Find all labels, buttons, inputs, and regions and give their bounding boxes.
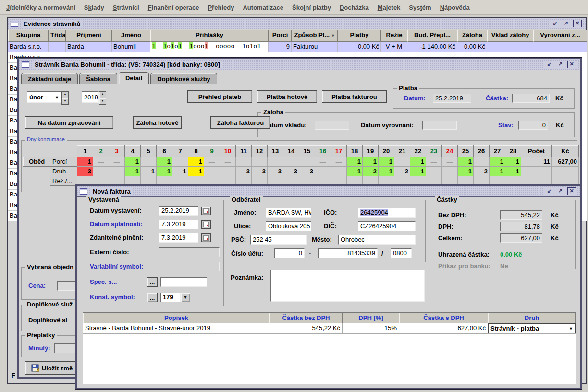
day-cell[interactable]: 1 bbox=[172, 167, 188, 176]
close-button[interactable] bbox=[567, 61, 576, 68]
day-cell[interactable]: — bbox=[426, 157, 442, 167]
menu-item[interactable]: Majetek bbox=[373, 2, 405, 13]
day-cell[interactable]: — bbox=[93, 167, 109, 176]
day-cell[interactable]: 1 bbox=[188, 157, 204, 167]
menu-item[interactable]: Automatizace bbox=[238, 2, 288, 13]
mesto-field[interactable]: Ohrobec bbox=[338, 235, 416, 245]
items-column-header[interactable]: Částka bez DPH bbox=[270, 313, 343, 323]
day-cell[interactable]: 3 bbox=[77, 167, 93, 176]
day-cell[interactable] bbox=[172, 157, 188, 167]
day-cell[interactable]: — bbox=[442, 157, 458, 167]
ulozit-zmeny-button[interactable]: Uložit změ bbox=[25, 361, 79, 375]
maximize-button[interactable] bbox=[556, 61, 564, 68]
day-cell[interactable]: 1 bbox=[363, 157, 379, 167]
day-header[interactable]: 12 bbox=[252, 146, 268, 157]
items-column-header[interactable]: DPH [%] bbox=[343, 313, 399, 323]
day-cell[interactable]: 3 bbox=[252, 167, 268, 176]
day-cell[interactable]: — bbox=[93, 157, 109, 167]
day-cell[interactable]: 3 bbox=[283, 167, 299, 176]
day-cell[interactable]: — bbox=[204, 157, 220, 167]
day-header[interactable]: 3 bbox=[109, 146, 125, 157]
menu-item[interactable]: Jídelníčky a normování bbox=[2, 2, 80, 13]
day-cell[interactable]: 1 bbox=[379, 157, 394, 167]
poznamka-textarea[interactable] bbox=[270, 270, 425, 302]
platba-hotove-button[interactable]: Platba hotově bbox=[257, 90, 317, 103]
day-cell[interactable]: 1 bbox=[347, 157, 363, 167]
day-cell[interactable]: 2 bbox=[474, 167, 490, 176]
column-header[interactable]: Jméno bbox=[112, 30, 150, 42]
menu-item[interactable]: Nápověda bbox=[436, 2, 474, 13]
konst-symbol-dropdown-button[interactable]: ▼ bbox=[181, 293, 190, 302]
day-cell[interactable]: — bbox=[315, 157, 331, 167]
zaloha-fakturou-button[interactable]: Záloha fakturou bbox=[210, 116, 270, 129]
day-cell[interactable]: 3 bbox=[268, 167, 283, 176]
items-row[interactable]: Stravné - Barda Bohumil - Stravné-únor 2… bbox=[83, 323, 576, 334]
day-cell[interactable] bbox=[474, 157, 490, 167]
minimize-button[interactable] bbox=[551, 20, 559, 27]
day-header[interactable]: 20 bbox=[379, 146, 394, 157]
day-cell[interactable] bbox=[394, 157, 410, 167]
column-header[interactable]: Způsob Pl... ▼ bbox=[292, 30, 338, 42]
month-spin-up-button[interactable]: ▲ bbox=[61, 91, 69, 98]
day-cell[interactable]: — bbox=[109, 157, 125, 167]
psc-field[interactable]: 252 45 bbox=[250, 235, 307, 245]
close-button[interactable] bbox=[573, 20, 582, 27]
day-cell[interactable]: 1 bbox=[410, 157, 426, 167]
close-button[interactable] bbox=[567, 187, 576, 195]
day-cell[interactable]: 1 bbox=[505, 167, 521, 176]
maximize-button[interactable] bbox=[562, 20, 570, 27]
day-header[interactable]: 6 bbox=[157, 146, 172, 157]
day-cell[interactable]: 1 bbox=[157, 157, 172, 167]
minimize-button[interactable] bbox=[545, 61, 553, 68]
druh-combo[interactable]: Strávník - platba▼ bbox=[488, 323, 576, 333]
menu-item[interactable]: Systém bbox=[404, 2, 435, 13]
day-cell[interactable] bbox=[252, 157, 268, 167]
menu-item[interactable]: Finanční operace bbox=[144, 2, 204, 13]
day-cell[interactable]: 3 bbox=[299, 167, 315, 176]
day-header[interactable]: 5 bbox=[141, 146, 157, 157]
ucet-cislo-field[interactable]: 81435339 bbox=[318, 248, 378, 258]
day-header[interactable]: 23 bbox=[426, 146, 442, 157]
spec-symbol-field[interactable] bbox=[160, 277, 207, 287]
ulice-field[interactable]: Oblouková 205 bbox=[266, 221, 311, 231]
spec-symbol-ellipsis-button[interactable]: ... bbox=[147, 277, 158, 287]
day-header[interactable]: 27 bbox=[490, 146, 505, 157]
day-cell[interactable]: 1 bbox=[157, 167, 172, 176]
menu-item[interactable]: Docházka bbox=[335, 2, 373, 13]
items-column-header[interactable]: Popisek bbox=[83, 313, 270, 323]
column-header[interactable]: Platby bbox=[338, 30, 381, 42]
day-cell[interactable]: 1 bbox=[379, 167, 394, 176]
day-header[interactable]: 26 bbox=[474, 146, 490, 157]
column-header[interactable]: Příjmení bbox=[66, 30, 112, 42]
day-cell[interactable]: 1 bbox=[125, 157, 141, 167]
menu-item[interactable]: Strávníci bbox=[109, 2, 144, 13]
column-header[interactable]: Záloha bbox=[457, 30, 487, 42]
year-input[interactable]: 2019 bbox=[82, 91, 99, 103]
maximize-button[interactable] bbox=[556, 188, 564, 195]
day-cell[interactable]: — bbox=[204, 167, 220, 176]
column-header[interactable]: Režie bbox=[381, 30, 407, 42]
prehled-plateb-button[interactable]: Přehled plateb bbox=[187, 90, 252, 103]
column-header[interactable]: Skupina bbox=[8, 30, 49, 42]
day-cell[interactable]: 2 bbox=[363, 167, 379, 176]
day-cell[interactable]: 1 bbox=[410, 167, 426, 176]
day-cell[interactable]: — bbox=[220, 157, 236, 167]
table-row-selected[interactable]: Barda s.r.o.BardaBohumil1__1o1o1__1ooo1_… bbox=[8, 42, 587, 52]
day-cell[interactable]: 1 bbox=[490, 157, 505, 167]
day-cell[interactable]: 1 bbox=[188, 167, 204, 176]
datum-vystaveni-field[interactable]: 25.2.2019 bbox=[159, 206, 198, 216]
tab-3[interactable]: Detail bbox=[119, 72, 149, 84]
year-spin-down-button[interactable]: ▼ bbox=[99, 98, 106, 105]
day-cell[interactable]: — bbox=[442, 167, 458, 176]
day-header[interactable]: 25 bbox=[458, 146, 474, 157]
day-cell[interactable]: 1 bbox=[347, 167, 363, 176]
day-cell[interactable]: 2 bbox=[394, 167, 410, 176]
day-header[interactable]: 24 bbox=[442, 146, 458, 157]
day-cell[interactable]: 3 bbox=[236, 167, 252, 176]
day-header[interactable]: 13 bbox=[268, 146, 283, 157]
day-cell[interactable] bbox=[236, 157, 252, 167]
day-header[interactable]: 18 bbox=[347, 146, 363, 157]
day-cell[interactable]: 1 bbox=[490, 167, 505, 176]
konst-symbol-ellipsis-button[interactable]: ... bbox=[147, 293, 158, 302]
menu-item[interactable]: Školní platby bbox=[288, 2, 335, 13]
